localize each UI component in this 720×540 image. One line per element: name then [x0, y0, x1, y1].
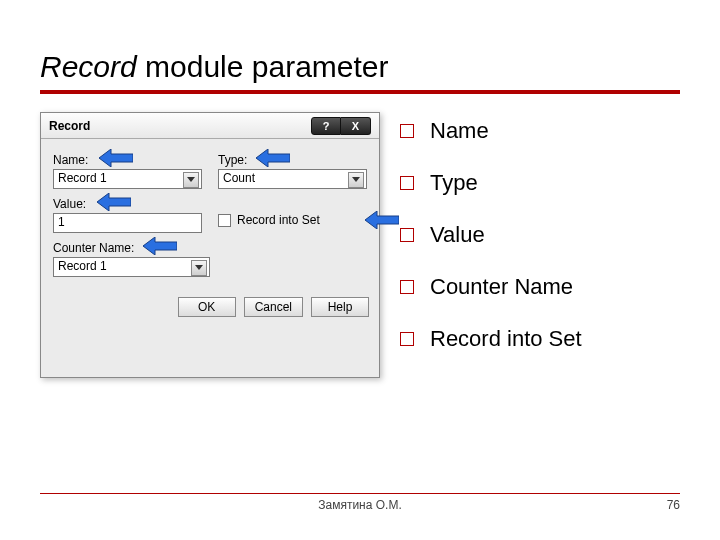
bullet-text: Record into Set	[430, 326, 582, 352]
title-italic: Record	[40, 50, 137, 83]
square-bullet-icon	[400, 280, 414, 294]
counter-combo[interactable]: Record 1	[53, 257, 210, 277]
dialog-button-row: OK Cancel Help	[41, 289, 379, 327]
footer-author: Замятина О.М.	[40, 498, 680, 512]
value-value: 1	[58, 215, 65, 229]
bullet-text: Counter Name	[430, 274, 573, 300]
chevron-down-icon	[195, 265, 203, 270]
chevron-down-icon	[352, 177, 360, 182]
record-into-set-label: Record into Set	[237, 213, 320, 227]
list-item: Value	[400, 222, 680, 248]
list-item: Type	[400, 170, 680, 196]
type-combo[interactable]: Count	[218, 169, 367, 189]
window-help-button[interactable]: ?	[311, 117, 341, 135]
bullet-text: Value	[430, 222, 485, 248]
svg-marker-3	[365, 211, 399, 229]
counter-value: Record 1	[58, 259, 107, 273]
value-input[interactable]: 1	[53, 213, 202, 233]
window-buttons: ? X	[311, 117, 371, 135]
ok-button[interactable]: OK	[178, 297, 236, 317]
help-button[interactable]: Help	[311, 297, 369, 317]
checkbox-icon	[218, 214, 231, 227]
value-label: Value:	[53, 197, 202, 211]
record-into-set-checkbox[interactable]: Record into Set	[218, 213, 367, 227]
square-bullet-icon	[400, 228, 414, 242]
arrow-record-into-set-icon	[365, 211, 399, 229]
counter-label: Counter Name:	[53, 241, 210, 255]
list-item: Counter Name	[400, 274, 680, 300]
chevron-down-icon	[187, 177, 195, 182]
list-item: Name	[400, 118, 680, 144]
name-value: Record 1	[58, 171, 107, 185]
dialog-title: Record	[49, 119, 90, 133]
dialog-titlebar: Record ? X	[41, 113, 379, 139]
slide-title: Record module parameter	[40, 50, 680, 84]
record-dialog: Record ? X Name: Record 1	[40, 112, 380, 378]
cancel-button[interactable]: Cancel	[244, 297, 303, 317]
title-underline	[40, 90, 680, 94]
type-value: Count	[223, 171, 255, 185]
square-bullet-icon	[400, 176, 414, 190]
footer-line	[40, 493, 680, 494]
list-item: Record into Set	[400, 326, 680, 352]
bullet-text: Name	[430, 118, 489, 144]
square-bullet-icon	[400, 332, 414, 346]
name-label: Name:	[53, 153, 202, 167]
type-label: Type:	[218, 153, 367, 167]
bullet-text: Type	[430, 170, 478, 196]
square-bullet-icon	[400, 124, 414, 138]
title-rest: module parameter	[137, 50, 389, 83]
window-close-button[interactable]: X	[341, 117, 371, 135]
slide-footer: Замятина О.М. 76	[40, 493, 680, 512]
name-combo[interactable]: Record 1	[53, 169, 202, 189]
bullet-list: Name Type Value Counter Name Record into…	[400, 112, 680, 378]
